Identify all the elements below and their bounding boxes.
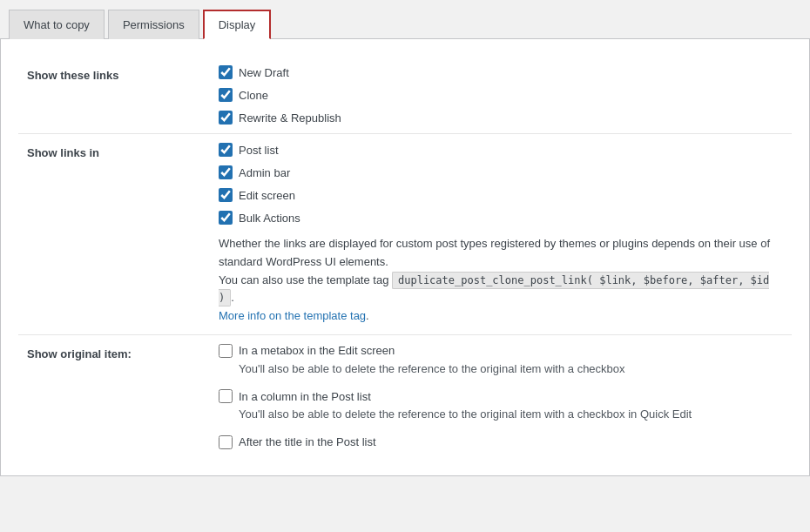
- original-item-after-title: After the title in the Post list: [219, 435, 783, 449]
- more-info-period: .: [366, 309, 369, 322]
- show-links-in-label: Show links in: [18, 134, 210, 335]
- checkbox-rewrite-republish-input[interactable]: [219, 111, 233, 125]
- checkbox-metabox-label: In a metabox in the Edit screen: [239, 344, 395, 357]
- checkbox-column-input[interactable]: [219, 389, 233, 403]
- more-info-link[interactable]: More info on the template tag: [219, 309, 366, 322]
- tab-permissions[interactable]: Permissions: [108, 10, 199, 39]
- checkbox-clone[interactable]: Clone: [219, 88, 783, 102]
- checkbox-bulk-actions-input[interactable]: [219, 211, 233, 225]
- checkbox-after-title-input[interactable]: [219, 435, 233, 449]
- show-links-in-row: Show links in Post list Admin bar: [18, 134, 792, 335]
- checkbox-bulk-actions[interactable]: Bulk Actions: [219, 211, 783, 225]
- show-original-item-row: Show original item: In a metabox in the …: [18, 334, 792, 458]
- checkbox-rewrite-republish-label: Rewrite & Republish: [239, 111, 341, 125]
- checkbox-admin-bar[interactable]: Admin bar: [219, 165, 783, 179]
- checkbox-edit-screen-input[interactable]: [219, 188, 233, 202]
- description-line1: Whether the links are displayed for cust…: [219, 237, 770, 268]
- show-links-in-group: Post list Admin bar Edit screen Bul: [219, 143, 783, 225]
- metabox-description: You'll also be able to delete the refere…: [239, 360, 779, 378]
- checkbox-clone-input[interactable]: [219, 88, 233, 102]
- show-links-in-description: Whether the links are displayed for cust…: [219, 235, 783, 326]
- show-these-links-controls: New Draft Clone Rewrite & Republish: [210, 57, 792, 134]
- checkbox-edit-screen-label: Edit screen: [239, 189, 295, 202]
- show-these-links-label: Show these links: [18, 57, 210, 134]
- column-description: You'll also be able to delete the refere…: [239, 406, 779, 423]
- checkbox-bulk-actions-label: Bulk Actions: [239, 212, 300, 225]
- checkbox-column[interactable]: In a column in the Post list: [219, 389, 783, 403]
- checkbox-column-label: In a column in the Post list: [239, 390, 371, 403]
- checkbox-new-draft[interactable]: New Draft: [219, 65, 783, 79]
- checkbox-after-title-label: After the title in the Post list: [239, 435, 376, 448]
- checkbox-post-list[interactable]: Post list: [219, 143, 783, 157]
- original-item-metabox: In a metabox in the Edit screen You'll a…: [219, 344, 783, 378]
- settings-table: Show these links New Draft Clone: [18, 57, 792, 458]
- page-wrapper: What to copy Permissions Display Show th…: [0, 0, 810, 532]
- show-original-item-controls: In a metabox in the Edit screen You'll a…: [210, 334, 792, 458]
- original-item-group: In a metabox in the Edit screen You'll a…: [219, 344, 783, 449]
- checkbox-admin-bar-input[interactable]: [219, 165, 233, 179]
- checkbox-new-draft-input[interactable]: [219, 65, 233, 79]
- checkbox-admin-bar-label: Admin bar: [239, 166, 290, 179]
- desc-suffix: .: [231, 291, 234, 304]
- checkbox-clone-label: Clone: [239, 89, 268, 102]
- checkbox-post-list-label: Post list: [239, 144, 279, 157]
- checkbox-rewrite-republish[interactable]: Rewrite & Republish: [219, 111, 783, 125]
- template-tag-line: You can also use the template tag duplic…: [219, 273, 769, 305]
- checkbox-edit-screen[interactable]: Edit screen: [219, 188, 783, 202]
- checkbox-after-title[interactable]: After the title in the Post list: [219, 435, 783, 449]
- show-links-in-controls: Post list Admin bar Edit screen Bul: [210, 134, 792, 335]
- tabs-bar: What to copy Permissions Display: [0, 9, 810, 39]
- show-original-item-label: Show original item:: [18, 334, 210, 458]
- show-these-links-row: Show these links New Draft Clone: [18, 57, 792, 134]
- checkbox-post-list-input[interactable]: [219, 143, 233, 157]
- show-these-links-group: New Draft Clone Rewrite & Republish: [219, 65, 783, 125]
- tab-display[interactable]: Display: [203, 10, 272, 39]
- checkbox-metabox-input[interactable]: [219, 344, 233, 358]
- tab-what-to-copy[interactable]: What to copy: [9, 10, 105, 39]
- checkbox-new-draft-label: New Draft: [239, 66, 289, 79]
- checkbox-metabox[interactable]: In a metabox in the Edit screen: [219, 344, 783, 358]
- desc-prefix: You can also use the template tag: [219, 273, 392, 286]
- content-area: Show these links New Draft Clone: [0, 39, 810, 476]
- original-item-column: In a column in the Post list You'll also…: [219, 389, 783, 423]
